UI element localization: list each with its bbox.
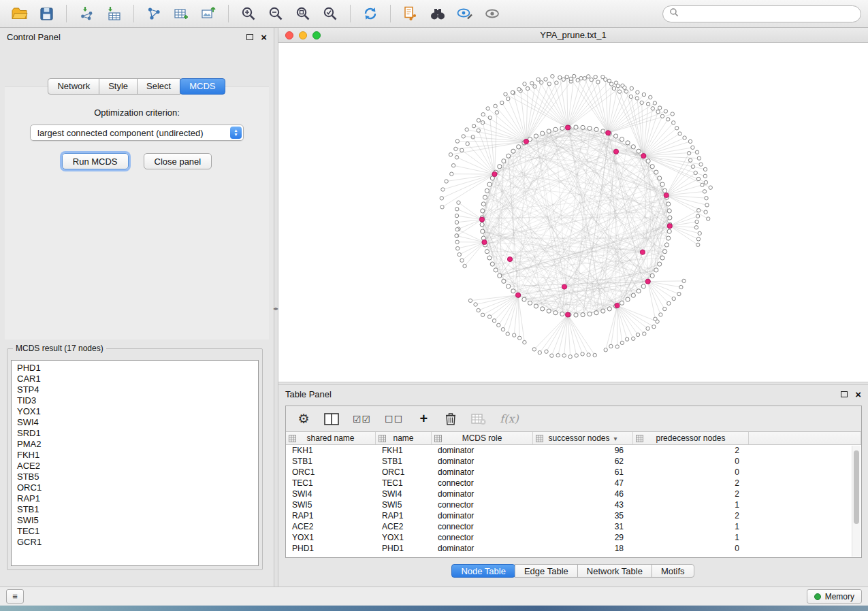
table-cell: connector bbox=[432, 521, 533, 532]
close-table-panel-icon[interactable]: × bbox=[855, 391, 861, 398]
zoom-fit-button[interactable] bbox=[291, 3, 315, 24]
mcds-tab-content: Optimization criterion: largest connecte… bbox=[5, 86, 269, 340]
table-cell: 29 bbox=[533, 532, 633, 543]
sort-caret-icon[interactable]: ▾ bbox=[614, 435, 617, 442]
table-panel-title: Table Panel bbox=[285, 389, 332, 399]
memory-button[interactable]: Memory bbox=[807, 589, 862, 604]
table-row[interactable]: SWI5SWI5connector431 bbox=[286, 499, 861, 510]
find-button[interactable] bbox=[425, 3, 450, 24]
table-row[interactable]: FKH1FKH1dominator962 bbox=[286, 445, 861, 456]
mcds-list-item[interactable]: TID3 bbox=[12, 395, 258, 406]
mcds-list-item[interactable]: ORC1 bbox=[12, 482, 258, 493]
node-table-container: ⚙ ☑☑ ☐☐ + f(x) shared name name bbox=[285, 406, 862, 558]
mcds-list-item[interactable]: SRD1 bbox=[12, 428, 258, 439]
table-cell: 2 bbox=[633, 478, 749, 489]
column-header-mcds-role[interactable]: MCDS role bbox=[432, 432, 533, 444]
table-cell: 2 bbox=[633, 489, 749, 499]
new-network-button[interactable] bbox=[142, 3, 166, 24]
column-header-predecessor-nodes[interactable]: predecessor nodes bbox=[633, 432, 749, 444]
control-panel: Control Panel × Optimization criterion: … bbox=[0, 28, 274, 587]
delete-column-button[interactable] bbox=[444, 411, 457, 427]
show-graphics-button[interactable] bbox=[480, 3, 504, 24]
deselect-all-columns-button[interactable]: ☐☐ bbox=[385, 411, 403, 427]
table-toolbar: ⚙ ☑☑ ☐☐ + f(x) bbox=[286, 406, 861, 432]
table-row[interactable]: RAP1RAP1dominator352 bbox=[286, 510, 861, 521]
vertical-splitter[interactable]: ◂▸ bbox=[274, 28, 278, 587]
tab-edge-table[interactable]: Edge Table bbox=[515, 564, 578, 578]
open-file-button[interactable] bbox=[7, 3, 31, 24]
tab-style[interactable]: Style bbox=[99, 78, 138, 95]
mcds-list-item[interactable]: FKH1 bbox=[12, 450, 258, 461]
splitter-arrows-icon[interactable]: ◂▸ bbox=[273, 306, 278, 312]
tab-motifs[interactable]: Motifs bbox=[652, 564, 694, 578]
add-column-button[interactable]: + bbox=[417, 411, 430, 427]
table-settings-button[interactable]: ⚙ bbox=[297, 411, 310, 427]
table-scrollbar[interactable] bbox=[852, 446, 861, 557]
scrollbar-thumb[interactable] bbox=[854, 450, 859, 524]
column-header-successor-nodes[interactable]: successor nodes ▾ bbox=[533, 432, 633, 444]
mcds-list-item[interactable]: STB1 bbox=[12, 504, 258, 515]
tab-network[interactable]: Network bbox=[48, 78, 99, 95]
new-table-button[interactable] bbox=[169, 3, 193, 24]
tab-select[interactable]: Select bbox=[137, 78, 180, 95]
network-canvas[interactable] bbox=[278, 43, 868, 381]
control-panel-title: Control Panel bbox=[7, 32, 61, 42]
table-cell bbox=[749, 467, 861, 478]
minimize-window-icon[interactable] bbox=[299, 31, 307, 39]
mcds-list-item[interactable]: SWI5 bbox=[12, 515, 258, 526]
table-row[interactable]: PHD1PHD1dominator180 bbox=[286, 543, 861, 554]
table-row[interactable]: ORC1ORC1dominator610 bbox=[286, 467, 861, 478]
mcds-result-list[interactable]: PHD1CAR1STP4TID3YOX1SWI4SRD1PMA2FKH1ACE2… bbox=[11, 360, 259, 566]
zoom-in-button[interactable] bbox=[236, 3, 261, 24]
refresh-button[interactable] bbox=[358, 3, 383, 24]
search-box[interactable] bbox=[662, 5, 861, 22]
table-row[interactable]: YOX1YOX1connector291 bbox=[286, 532, 861, 543]
mcds-list-item[interactable]: PHD1 bbox=[12, 363, 258, 374]
float-table-panel-icon[interactable] bbox=[841, 391, 848, 397]
column-header-shared-name[interactable]: shared name bbox=[286, 432, 376, 444]
table-row[interactable]: SWI4SWI4dominator462 bbox=[286, 489, 861, 499]
table-row[interactable]: TEC1TEC1connector472 bbox=[286, 478, 861, 489]
mcds-list-item[interactable]: SWI4 bbox=[12, 417, 258, 428]
tab-node-table[interactable]: Node Table bbox=[451, 564, 515, 578]
function-builder-button[interactable]: f(x) bbox=[500, 411, 518, 427]
network-doc-button[interactable] bbox=[398, 3, 423, 24]
close-panel-icon[interactable]: × bbox=[261, 34, 267, 41]
column-header-name[interactable]: name bbox=[376, 432, 432, 444]
zoom-out-button[interactable] bbox=[263, 3, 288, 24]
list-icon: ≡ bbox=[12, 591, 18, 601]
panel-list-button[interactable]: ≡ bbox=[6, 589, 24, 604]
select-all-columns-button[interactable]: ☑☑ bbox=[353, 411, 371, 427]
close-panel-button[interactable]: Close panel bbox=[144, 153, 212, 169]
folder-icon bbox=[11, 6, 28, 21]
tab-mcds[interactable]: MCDS bbox=[180, 78, 225, 95]
delete-table-button[interactable] bbox=[471, 411, 486, 427]
mcds-list-item[interactable]: YOX1 bbox=[12, 406, 258, 417]
import-network-button[interactable] bbox=[74, 3, 99, 24]
table-row[interactable]: ACE2ACE2connector311 bbox=[286, 521, 861, 532]
mcds-list-item[interactable]: STP4 bbox=[12, 384, 258, 395]
mcds-list-item[interactable]: PMA2 bbox=[12, 439, 258, 450]
table-cell: 0 bbox=[633, 456, 749, 467]
maximize-window-icon[interactable] bbox=[312, 31, 321, 39]
table-row[interactable]: STB1STB1dominator620 bbox=[286, 456, 861, 467]
mcds-list-item[interactable]: GCR1 bbox=[12, 537, 258, 548]
table-cell: 96 bbox=[533, 445, 633, 456]
mcds-list-item[interactable]: STB5 bbox=[12, 472, 258, 482]
import-table-button[interactable] bbox=[101, 3, 126, 24]
close-window-icon[interactable] bbox=[285, 31, 293, 39]
float-panel-icon[interactable] bbox=[246, 34, 253, 40]
search-input[interactable] bbox=[683, 9, 854, 18]
run-mcds-button[interactable]: Run MCDS bbox=[62, 153, 129, 169]
optimization-criterion-select[interactable]: largest connected component (undirected)… bbox=[30, 125, 244, 141]
mcds-list-item[interactable]: ACE2 bbox=[12, 461, 258, 472]
save-button[interactable] bbox=[34, 3, 59, 24]
show-columns-button[interactable] bbox=[324, 411, 339, 427]
mcds-list-item[interactable]: RAP1 bbox=[12, 493, 258, 504]
mcds-list-item[interactable]: CAR1 bbox=[12, 374, 258, 384]
zoom-selected-button[interactable] bbox=[318, 3, 342, 24]
mcds-list-item[interactable]: TEC1 bbox=[12, 526, 258, 537]
annotation-toggle-button[interactable] bbox=[453, 3, 477, 24]
export-image-button[interactable] bbox=[196, 3, 221, 24]
tab-network-table[interactable]: Network Table bbox=[577, 564, 652, 578]
